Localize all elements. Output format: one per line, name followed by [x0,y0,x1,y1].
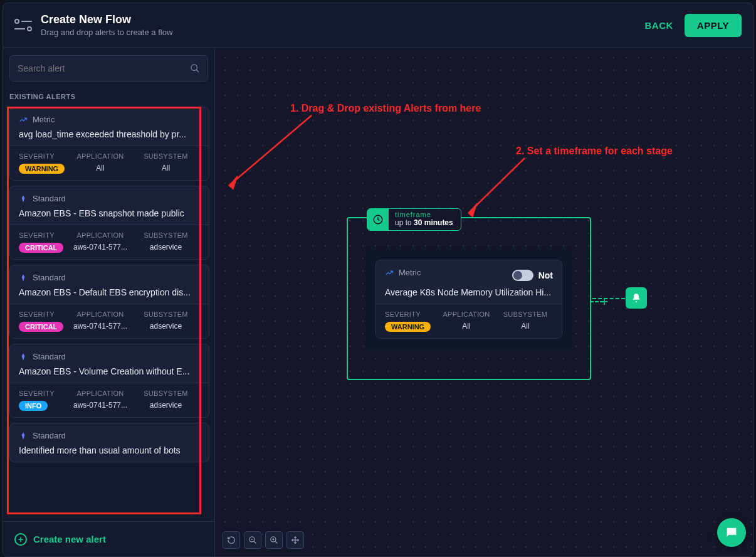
plus-icon: + [14,533,27,546]
annotation-arrow-1 [218,110,324,198]
metric-icon [385,268,394,277]
flow-icon [14,16,32,34]
standard-icon [19,194,28,203]
existing-alerts-label: EXISTING ALERTS [3,89,214,107]
alert-card[interactable]: Metric avg load_time exceeded threashold… [9,107,209,181]
chat-icon [725,526,738,539]
notification-button[interactable] [626,287,647,309]
alert-title: Amazon EBS - Volume Creation without E..… [19,366,200,376]
standard-icon [19,432,28,440]
page-subtitle: Drag and drop alerts to create a flow [41,28,172,37]
not-toggle[interactable] [512,270,533,281]
alert-card[interactable]: Standard Amazon EBS - EBS snapshot made … [9,186,209,260]
alert-title: avg load_time exceeded threashold by pr.… [19,129,200,139]
svg-point-0 [191,65,197,70]
metric-icon [19,115,28,124]
svg-marker-3 [229,176,238,189]
zoom-out-button[interactable] [244,531,261,549]
search-input-wrap[interactable] [9,55,208,82]
page-header: Create New Flow Drag and drop alerts to … [3,3,753,48]
timeframe-value: up to 30 minutes [395,218,453,227]
svg-line-11 [275,541,278,544]
annotation-2: 2. Set a timeframe for each stage [516,146,673,157]
severity-badge: WARNING [385,322,431,332]
svg-marker-5 [468,203,477,217]
standard-icon [19,353,28,361]
alert-title: Amazon EBS - Default EBS encryption dis.… [19,287,200,297]
pan-button[interactable] [286,531,304,549]
not-label: Not [538,270,553,280]
bell-icon [631,293,641,303]
alert-card[interactable]: Standard Amazon EBS - Default EBS encryp… [9,265,209,339]
alert-list[interactable]: Metric avg load_time exceeded threashold… [3,107,214,521]
stage-alert-title: Average K8s Node Memory Utilization Hi..… [385,287,553,297]
svg-line-8 [254,541,256,544]
search-input[interactable] [18,63,190,73]
timeframe-box[interactable]: timeframe up to 30 minutes [367,208,461,231]
back-button[interactable]: BACK [645,20,673,31]
add-stage-button[interactable]: + [597,295,611,309]
severity-badge: CRITICAL [19,322,63,332]
apply-button[interactable]: APPLY [685,14,742,37]
svg-line-1 [196,70,199,72]
flow-canvas[interactable]: 1. Drag & Drop existing Alerts from here… [215,48,753,556]
bell-connector [592,298,625,299]
alert-title: Amazon EBS - EBS snapshot made public [19,208,200,218]
alert-card[interactable]: Standard Identified more than usual amou… [9,423,209,462]
standard-icon [19,273,28,282]
alert-title: Identified more than usual amount of bot… [19,445,200,455]
clock-icon [367,209,389,230]
svg-line-2 [229,115,312,186]
severity-badge: WARNING [19,164,65,174]
annotation-arrow-2 [456,154,531,223]
canvas-toolbar [223,531,304,549]
page-title: Create New Flow [41,13,172,26]
timeframe-label: timeframe [395,211,453,218]
create-new-alert-button[interactable]: + Create new alert [3,521,214,556]
severity-badge: INFO [19,401,48,411]
alert-card[interactable]: Standard Amazon EBS - Volume Creation wi… [9,344,209,418]
stage-alert-card[interactable]: Metric Not Average K8s Node Memory Utili… [375,260,562,339]
severity-badge: CRITICAL [19,243,63,253]
zoom-in-button[interactable] [265,531,283,549]
sidebar: EXISTING ALERTS Metric avg load_time exc… [3,48,215,556]
reset-view-button[interactable] [223,531,240,549]
search-icon [190,63,200,73]
chat-support-button[interactable] [717,518,746,547]
flow-stage[interactable]: timeframe up to 30 minutes Metric [347,217,591,380]
